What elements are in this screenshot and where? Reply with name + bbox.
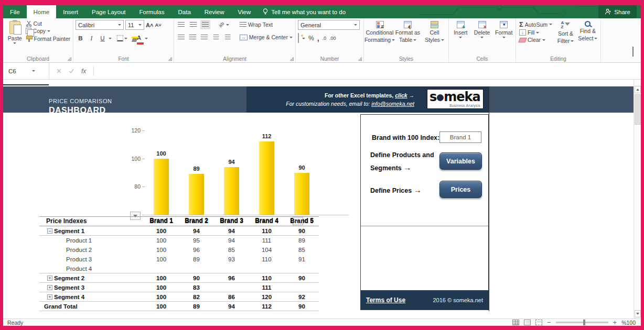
accounting-format-button[interactable] [298,34,299,43]
variables-button[interactable]: Variables [439,152,482,170]
increase-indent-button[interactable] [223,32,232,42]
vertical-scrollbar[interactable] [634,80,641,318]
expand-toggle[interactable]: + [47,276,52,281]
table-cell[interactable]: 96 [214,273,249,283]
chart-bar[interactable] [259,141,274,215]
insert-function-icon[interactable]: fx [81,68,86,75]
font-dialog-launcher[interactable] [168,57,172,61]
align-bottom-button[interactable] [200,20,210,29]
table-cell[interactable]: 89 [179,255,214,264]
cancel-icon[interactable] [57,69,61,73]
table-cell[interactable]: 90 [179,273,214,283]
scrollbar-thumb[interactable] [635,94,641,125]
tell-me-box[interactable]: Tell me what you want to do [257,5,351,18]
table-cell[interactable]: 89 [284,236,319,245]
table-column-header[interactable]: Brand 1 [144,216,179,226]
borders-dropdown-icon[interactable] [124,38,127,39]
delete-cells-button[interactable]: Delete [473,20,492,54]
paste-button[interactable]: Paste [5,20,25,44]
expand-toggle[interactable]: + [47,285,52,290]
tab-insert[interactable]: Insert [56,5,85,18]
table-cell[interactable]: 120 [249,292,284,302]
accounting-dropdown-icon[interactable] [302,38,305,39]
zoom-slider[interactable] [556,322,608,323]
table-cell[interactable]: 112 [249,302,284,311]
table-cell[interactable]: 89 [179,302,214,311]
table-cell[interactable]: 100 [144,273,179,283]
align-left-button[interactable] [176,32,186,42]
table-cell[interactable]: 104 [249,245,284,255]
table-cell[interactable]: 90 [284,273,319,283]
cut-button[interactable]: Cut [25,20,71,27]
expand-toggle[interactable]: + [47,294,52,300]
table-cell[interactable]: 110 [249,273,284,283]
align-center-button[interactable] [188,32,197,42]
underline-dropdown-icon[interactable] [109,38,112,39]
table-cell[interactable]: 94 [214,226,249,236]
autosum-button[interactable]: ΣAutoSum [518,20,554,29]
expand-toggle[interactable]: − [47,228,52,234]
number-format-select[interactable]: General [298,20,360,30]
normal-view-button[interactable] [512,320,519,325]
format-as-table-button[interactable]: Format as Table [394,20,421,54]
table-cell[interactable]: 90 [284,302,319,311]
row-label[interactable]: Segment 1 [54,226,84,236]
name-box[interactable]: C6 [3,63,49,79]
table-cell[interactable]: 100 [144,226,179,236]
table-cell[interactable]: 110 [249,255,284,264]
comma-style-button[interactable]: , [317,34,319,42]
format-cells-button[interactable]: Format [493,20,514,54]
clear-button[interactable]: Clear [518,36,554,43]
tab-data[interactable]: Data [171,5,198,18]
alignment-dialog-launcher[interactable] [290,57,294,61]
table-cell[interactable]: 90 [284,226,319,236]
orientation-dropdown-icon[interactable] [226,24,229,26]
tab-file[interactable]: File [3,5,27,18]
terms-of-use-link[interactable]: Terms of Use [366,296,405,304]
chart-bar[interactable] [189,174,204,215]
collapse-ribbon-button[interactable] [632,48,634,57]
italic-button[interactable]: I [87,34,96,43]
table-column-header[interactable]: Brand 4 [249,216,284,226]
table-cell[interactable]: 86 [214,292,249,302]
number-dialog-launcher[interactable] [358,57,362,61]
decrease-decimal-button[interactable]: .00 [329,36,336,41]
tab-review[interactable]: Review [198,5,231,18]
align-top-button[interactable] [176,20,186,29]
table-cell[interactable]: 96 [179,245,214,255]
table-cell[interactable]: 100 [144,302,179,311]
someka-logo[interactable]: smeka Business Analysis [427,89,484,109]
row-label[interactable]: Grand Total [44,302,78,311]
underline-button[interactable]: U [98,34,108,43]
chart-filter-button[interactable] [130,212,141,220]
font-color-dropdown-icon[interactable] [145,38,148,39]
font-color-button[interactable]: A [137,32,144,45]
email-link[interactable]: info@someka.net [371,101,414,107]
table-cell[interactable]: 110 [249,226,284,236]
row-label[interactable]: Product 4 [66,264,92,273]
sort-filter-button[interactable]: AZ Sort & Filter [554,20,576,54]
format-painter-button[interactable]: Format Painter [25,35,71,42]
table-cell[interactable]: 95 [179,236,214,245]
cell-styles-button[interactable]: Cell Styles [422,20,447,54]
table-cell[interactable]: 111 [249,283,284,292]
tab-home[interactable]: Home [27,5,57,18]
font-size-select[interactable]: 11 [125,20,144,30]
conditional-formatting-button[interactable]: Conditional Formatting [366,20,393,54]
table-cell[interactable]: 85 [214,245,249,255]
promo-line[interactable]: For other Excel templates, click → [286,91,414,100]
zoom-in-button[interactable]: + [613,320,617,325]
table-column-header[interactable]: Brand 5 [284,216,319,226]
worksheet[interactable]: PRICE COMPARISON DASHBOARD For other Exc… [3,80,641,318]
table-cell[interactable]: 93 [214,255,249,264]
find-select-button[interactable]: Find & Select [577,20,599,54]
fill-button[interactable]: ↓Fill [518,29,554,36]
bold-button[interactable]: B [76,34,85,43]
shrink-font-button[interactable]: A˅ [155,23,161,28]
row-label[interactable]: Product 2 [66,245,92,255]
chart-bar[interactable] [154,159,169,215]
insert-cells-button[interactable]: Insert [451,20,470,54]
copy-button[interactable]: Copy [25,27,71,35]
row-label[interactable]: Product 1 [66,236,92,245]
table-column-header[interactable]: Brand 2 [179,216,214,226]
